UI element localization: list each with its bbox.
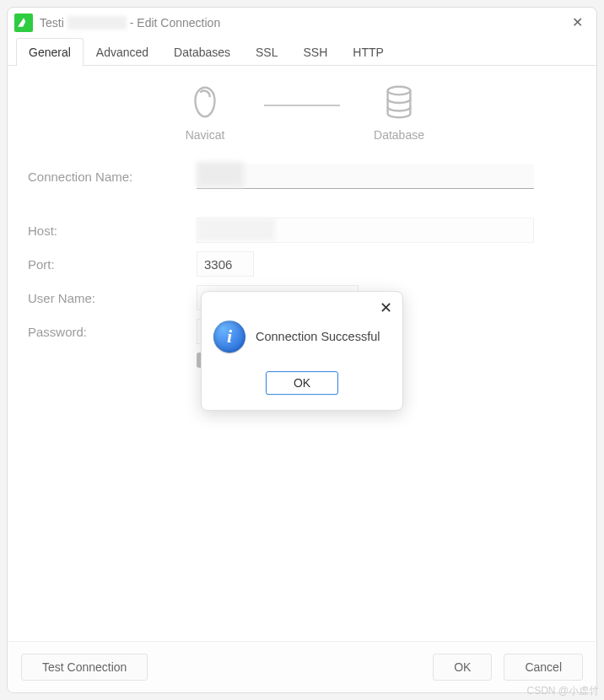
navicat-label: Navicat (186, 128, 225, 142)
title-obscured (67, 16, 127, 30)
port-label: Port: (28, 257, 197, 272)
tab-advanced[interactable]: Advanced (84, 38, 161, 66)
window-title-prefix: Testi (40, 16, 64, 30)
info-icon: i (213, 320, 245, 353)
dialog-close-icon[interactable]: ✕ (380, 299, 392, 317)
host-input[interactable] (197, 218, 534, 243)
connection-name-label: Connection Name: (28, 170, 197, 184)
close-icon[interactable]: ✕ (569, 13, 586, 32)
user-label: User Name: (28, 291, 197, 305)
test-connection-button[interactable]: Test Connection (21, 654, 148, 681)
app-icon (14, 13, 33, 32)
dialog-message: Connection Successful (256, 330, 380, 343)
svg-point-0 (388, 87, 411, 95)
connection-result-dialog: ✕ i Connection Successful OK (201, 291, 403, 411)
ok-button[interactable]: OK (433, 654, 492, 681)
connection-graphic: Navicat Database (28, 83, 576, 142)
tab-http[interactable]: HTTP (340, 38, 396, 66)
navicat-icon (186, 83, 224, 121)
edit-connection-window: Testi - Edit Connection ✕ General Advanc… (7, 7, 597, 693)
tab-ssl[interactable]: SSL (243, 38, 290, 66)
tab-general[interactable]: General (16, 38, 84, 66)
tab-ssh[interactable]: SSH (291, 38, 341, 66)
port-input[interactable] (197, 251, 254, 277)
tab-bar: General Advanced Databases SSL SSH HTTP (8, 37, 596, 66)
connection-line (264, 105, 340, 106)
tab-body-general: Navicat Database Connection Name: Host: (8, 66, 596, 641)
tab-databases[interactable]: Databases (161, 38, 243, 66)
window-title-suffix: - Edit Connection (130, 16, 220, 30)
dialog-ok-button[interactable]: OK (266, 371, 338, 395)
cancel-button[interactable]: Cancel (504, 654, 583, 681)
host-label: Host: (28, 223, 197, 238)
database-label: Database (374, 128, 424, 142)
database-icon (380, 83, 418, 121)
titlebar: Testi - Edit Connection ✕ (8, 8, 596, 37)
dialog-footer: Test Connection OK Cancel (8, 641, 596, 692)
watermark: CSDN @小虚竹 (526, 684, 599, 698)
connection-name-input[interactable] (197, 164, 534, 189)
password-label: Password: (28, 325, 197, 339)
